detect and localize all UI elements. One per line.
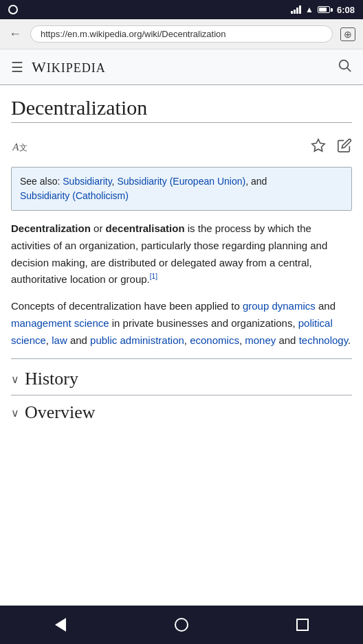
see-also-box: See also: Subsidiarity, Subsidiarity (Eu… — [11, 167, 352, 211]
edit-button[interactable] — [337, 138, 352, 157]
link-economics[interactable]: economics — [190, 334, 239, 346]
overview-section-partial: ∨ Overview — [11, 395, 352, 450]
wiki-header-left: ☰ WIKIPEDIA — [11, 58, 106, 76]
see-also-link-1[interactable]: Subsidiarity — [63, 176, 111, 187]
link-public-admin[interactable]: public administration — [90, 334, 184, 346]
svg-marker-4 — [312, 139, 324, 151]
language-button[interactable]: A 文 — [11, 137, 29, 159]
svg-text:A: A — [12, 141, 19, 152]
back-arrow-icon: ← — [9, 27, 21, 41]
link-technology[interactable]: technology — [299, 334, 348, 346]
status-right: ▲ 6:08 — [291, 5, 355, 15]
article-content: Decentralization A 文 See also: S — [0, 85, 363, 450]
bottom-nav — [0, 606, 363, 644]
intro-paragraph: Decentralization or decentralisation is … — [11, 220, 352, 288]
menu-button[interactable]: ☰ — [11, 59, 23, 76]
status-indicator — [8, 5, 18, 14]
link-money[interactable]: money — [245, 334, 276, 346]
url-input[interactable] — [30, 25, 333, 43]
bookmark-button[interactable] — [311, 138, 326, 157]
body-paragraph: Concepts of decentralization have been a… — [11, 298, 352, 349]
overview-chevron-icon: ∨ — [11, 406, 19, 419]
wiki-header: ☰ WIKIPEDIA — [0, 49, 363, 85]
history-section-title: History — [25, 369, 78, 389]
see-also-link-3[interactable]: Subsidiarity (Catholicism) — [20, 190, 129, 201]
link-group-dynamics[interactable]: group dynamics — [243, 300, 316, 312]
see-also-link-2[interactable]: Subsidiarity (European Union) — [117, 176, 245, 187]
tabs-button[interactable]: ⊕ — [338, 25, 358, 44]
battery-icon — [318, 6, 333, 13]
search-icon — [337, 58, 352, 73]
overview-section-header[interactable]: ∨ Overview — [11, 395, 352, 426]
svg-text:文: 文 — [19, 143, 28, 152]
svg-line-1 — [347, 68, 351, 71]
see-also-prefix: See also: — [20, 176, 63, 187]
back-button[interactable]: ← — [6, 25, 25, 44]
tabs-icon: ⊕ — [340, 27, 355, 41]
nav-back-button[interactable] — [47, 611, 74, 639]
wifi-icon: ▲ — [305, 5, 314, 14]
status-bar: ▲ 6:08 — [0, 0, 363, 19]
bold-term-2: decentralisation — [106, 222, 185, 234]
history-section-header[interactable]: ∨ History — [11, 358, 352, 395]
status-time: 6:08 — [337, 5, 355, 15]
wiki-logo: WIKIPEDIA — [32, 58, 106, 76]
search-button[interactable] — [337, 58, 352, 76]
article-title: Decentralization — [11, 96, 352, 123]
ref-1-link[interactable]: [1] — [150, 273, 157, 280]
history-chevron-icon: ∨ — [11, 373, 19, 386]
star-icon — [311, 138, 326, 153]
signal-icon — [291, 5, 301, 14]
nav-home-icon — [175, 618, 188, 632]
link-management-science[interactable]: management science — [11, 317, 109, 329]
edit-icon — [337, 138, 352, 153]
bold-term-1: Decentralization — [11, 222, 91, 234]
translate-icon: A 文 — [11, 137, 29, 154]
nav-recent-icon — [296, 619, 309, 631]
ref-1[interactable]: [1] — [150, 273, 157, 280]
link-law[interactable]: law — [52, 334, 67, 346]
url-bar: ← ⊕ — [0, 19, 363, 49]
actions-row: A 文 — [11, 131, 352, 167]
nav-recent-button[interactable] — [289, 611, 316, 639]
see-also-and: , and — [245, 176, 267, 187]
svg-point-0 — [340, 60, 349, 69]
nav-home-button[interactable] — [168, 611, 195, 639]
wiki-logo-text: WIKIPEDIA — [32, 58, 106, 76]
overview-section-title: Overview — [25, 402, 96, 423]
article-actions — [311, 138, 352, 157]
nav-back-icon — [55, 618, 66, 632]
